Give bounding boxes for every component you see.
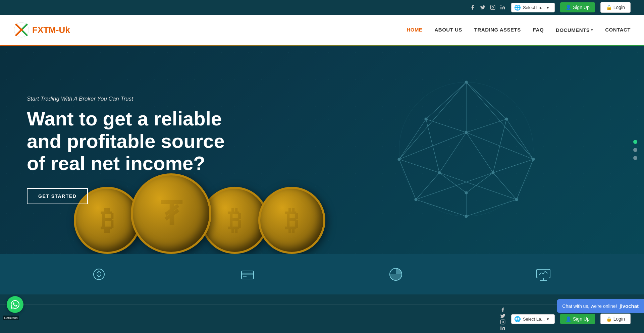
svg-line-28 [399,132,466,159]
top-social-icons [470,4,506,10]
get-started-button[interactable]: GET STARTED [27,188,88,204]
nav-link-documents[interactable]: DOCUMENTS [556,27,590,33]
hero-content: Start Trading With A Broker You Can Trus… [0,69,268,231]
svg-line-26 [466,200,517,216]
svg-line-10 [426,119,466,132]
nav-item-home[interactable]: HOME [407,27,422,33]
documents-dropdown-icon: ▾ [591,28,593,32]
linkedin-icon[interactable] [500,4,506,10]
signup-icon: 👤 [566,5,571,10]
svg-line-15 [439,132,466,173]
hero-title: Want to get a reliable and profitable so… [27,108,241,175]
svg-point-40 [438,171,441,174]
feature-item-1 [91,264,111,284]
forex-icon [91,264,111,284]
scroll-dots [633,140,637,160]
svg-rect-49 [241,273,254,275]
svg-line-9 [399,119,426,159]
nav-item-contact[interactable]: CONTACT [605,27,631,33]
nav-link-about[interactable]: ABOUT US [434,27,462,33]
login-icon: 🔒 [606,5,612,10]
svg-line-29 [466,132,533,159]
feature-item-2 [238,264,258,284]
nav-item-trading[interactable]: TRADING ASSETS [474,27,521,33]
svg-point-43 [515,198,518,201]
twitter-icon[interactable] [480,4,486,10]
svg-point-42 [415,198,417,201]
svg-point-2 [500,5,501,6]
monitor-icon [533,264,553,284]
svg-point-35 [425,118,427,120]
svg-line-13 [466,119,506,132]
hero-section: ₿ ₮ ₿ ₿ Start Trading With A Broker You … [0,46,644,254]
facebook-icon[interactable] [470,4,476,10]
nav-link-contact[interactable]: CONTACT [605,27,631,33]
svg-point-39 [532,158,535,161]
svg-line-20 [517,159,533,200]
logo-icon [13,22,30,38]
svg-point-38 [398,158,400,161]
navbar: FXTM-Uk HOME ABOUT US TRADING ASSETS FAQ… [0,15,644,45]
scroll-dot-2[interactable] [633,148,637,152]
nav-link-home[interactable]: HOME [407,27,422,33]
globe-icon: 🌐 [514,4,521,11]
login-label: Login [613,5,625,10]
features-bar [0,254,644,294]
scroll-dot-1[interactable] [633,140,637,144]
svg-line-16 [466,132,493,173]
hero-subtitle: Start Trading With A Broker You Can Trus… [27,96,241,102]
signup-label: Sign Up [573,5,590,10]
svg-line-18 [399,159,416,200]
lang-label: Select La... [523,5,545,10]
logo-text: FXTM-Uk [32,25,70,35]
svg-point-4 [20,29,23,31]
nav-item-about[interactable]: ABOUT US [434,27,462,33]
instagram-icon[interactable] [490,4,496,10]
nav-item-faq[interactable]: FAQ [533,27,544,33]
lang-select[interactable]: 🌐 Select La... ▾ [511,3,555,12]
feature-item-3 [386,264,406,284]
logo[interactable]: FXTM-Uk [13,22,70,38]
svg-point-34 [465,81,468,84]
svg-line-7 [466,82,506,119]
svg-line-25 [416,200,466,216]
chart-icon [386,264,406,284]
svg-point-44 [465,191,468,194]
svg-line-19 [493,159,533,173]
svg-point-37 [465,131,468,134]
nav-link-trading[interactable]: TRADING ASSETS [474,27,521,33]
logo-text-sub: -Uk [56,25,70,35]
svg-point-41 [492,171,494,174]
hero-sphere [382,65,550,234]
nav-link-faq[interactable]: FAQ [533,27,544,33]
svg-rect-0 [490,5,495,9]
svg-point-36 [505,118,508,120]
nav-item-documents[interactable]: DOCUMENTS ▾ [556,27,593,33]
signup-button[interactable]: 👤 Sign Up [560,2,595,12]
feature-item-4 [533,264,553,284]
svg-rect-48 [241,271,254,279]
svg-point-45 [465,215,468,218]
dropdown-arrow-icon: ▾ [547,5,549,10]
svg-line-6 [426,82,466,119]
svg-rect-50 [243,276,247,277]
scroll-dot-3[interactable] [633,156,637,160]
nav-links: HOME ABOUT US TRADING ASSETS FAQ DOCUMEN… [407,27,631,33]
svg-line-17 [399,159,439,173]
login-button[interactable]: 🔒 Login [600,2,631,13]
coin-4: ₿ [258,187,325,254]
svg-line-12 [506,119,533,159]
cards-icon [238,264,258,284]
logo-text-main: FXTM [32,25,56,35]
top-bar: 🌐 Select La... ▾ 👤 Sign Up 🔒 Login [0,0,644,15]
